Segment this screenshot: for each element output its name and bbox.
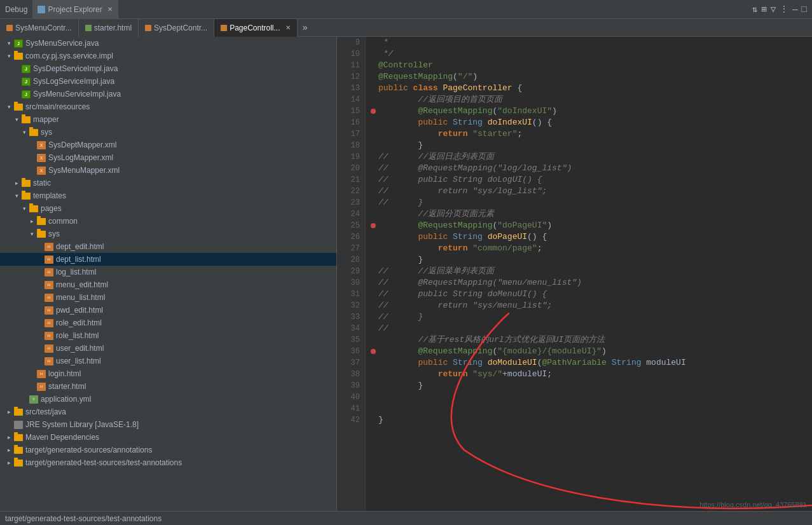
tab-sysdeptcontr[interactable]: SysDeptContr...	[139, 19, 214, 37]
code-token: "doPageUI"	[497, 220, 547, 231]
line-num: 20	[337, 163, 365, 174]
no-bp	[371, 74, 376, 79]
tab-pagecontroller[interactable]: PageControll... ✕	[214, 19, 297, 37]
explorer-tab-close[interactable]: ✕	[107, 6, 113, 13]
tree-item[interactable]: sys	[0, 126, 336, 139]
tree-item[interactable]: sys	[0, 228, 336, 240]
filter-icon[interactable]: ▽	[771, 4, 776, 15]
tree-item[interactable]: target/generated-sources/annotations	[0, 444, 336, 456]
tree-item[interactable]: templates	[0, 189, 336, 202]
folder-icon	[37, 218, 46, 225]
line-num: 27	[337, 243, 365, 254]
no-bp	[371, 212, 376, 217]
code-token: */	[378, 48, 393, 60]
tree-item[interactable]: H login.html	[0, 367, 336, 380]
code-token	[378, 106, 418, 117]
tree-item[interactable]: src/main/resources	[0, 100, 336, 113]
tree-item[interactable]: mapper	[0, 113, 336, 126]
project-explorer-sidebar[interactable]: J SysMenuService.java com.cy.pj.sys.serv…	[0, 37, 337, 511]
tree-item[interactable]: JRE System Library [JavaSE-1.8]	[0, 418, 336, 431]
arrow-icon	[23, 205, 29, 212]
tree-item[interactable]: H role_list.html	[0, 329, 336, 342]
html-icon: H	[37, 383, 46, 391]
minimize-icon[interactable]: —	[792, 4, 797, 15]
tree-item[interactable]: H menu_list.html	[0, 291, 336, 304]
code-line-15: @RequestMapping("doIndexUI")	[371, 106, 812, 117]
code-line-26: public String doPageUI() {	[371, 231, 812, 243]
tree-item[interactable]: H starter.html	[0, 380, 336, 393]
code-token: @RequestMapping	[418, 220, 492, 231]
no-bp	[371, 246, 376, 251]
code-token: doPageUI	[488, 231, 527, 243]
tree-item[interactable]: J SysLogServiceImpl.java	[0, 75, 336, 88]
code-token: public	[418, 231, 453, 243]
tree-item[interactable]: J SysDeptServiceImpl.java	[0, 62, 336, 75]
bottom-bar: target/generated-test-sources/test-annot…	[0, 511, 812, 525]
tree-label: user_edit.html	[56, 344, 104, 353]
tree-item[interactable]: H user_edit.html	[0, 342, 336, 355]
tree-item[interactable]: src/test/java	[0, 406, 336, 418]
tab-more-icon[interactable]: »	[298, 23, 313, 33]
arrow-icon	[8, 409, 14, 415]
tree-item[interactable]: H role_edit.html	[0, 317, 336, 329]
no-bp	[371, 235, 376, 240]
maximize-icon[interactable]: □	[802, 4, 807, 15]
tree-item-bottom[interactable]: target/generated-test-sources/test-annot…	[0, 456, 336, 469]
tree-item[interactable]: J SysMenuService.java	[0, 37, 336, 50]
code-line-14: //返回项目的首页页面	[371, 94, 812, 106]
code-token: PageController	[443, 83, 512, 94]
tree-item[interactable]: common	[0, 215, 336, 228]
tab-starter-html[interactable]: starter.html	[79, 19, 139, 37]
html-icon: H	[45, 332, 53, 340]
tree-item[interactable]: Y application.yml	[0, 393, 336, 406]
tab-label: PageControll...	[230, 24, 280, 32]
code-token	[378, 220, 418, 231]
code-token: doModuleUI	[488, 357, 537, 369]
tree-label: SysLogMapper.xml	[48, 153, 113, 162]
line-num: 22	[337, 186, 365, 197]
code-line-11: @Controller	[371, 60, 812, 71]
code-line-18: }	[371, 140, 812, 151]
no-bp	[371, 86, 376, 91]
tree-item[interactable]: com.cy.pj.sys.service.impl	[0, 50, 336, 62]
folder-icon	[22, 180, 31, 187]
more-icon[interactable]: ⋮	[780, 4, 788, 15]
tree-item[interactable]: X SysDeptMapper.xml	[0, 139, 336, 151]
no-bp	[371, 406, 376, 411]
tree-label: target/generated-test-sources/test-annot…	[25, 458, 182, 467]
code-line-12: @RequestMapping("/")	[371, 71, 812, 83]
tree-item[interactable]: pages	[0, 202, 336, 215]
tree-item[interactable]: Maven Dependencies	[0, 431, 336, 444]
tab-close-icon[interactable]: ✕	[286, 24, 291, 31]
tree-label: pwd_edit.html	[56, 306, 103, 315]
line-num: 33	[337, 311, 365, 323]
line-num: 23	[337, 197, 365, 208]
code-token: "common/page"	[472, 243, 537, 254]
tab-label: SysDeptContr...	[154, 24, 207, 32]
tree-item[interactable]: H pwd_edit.html	[0, 304, 336, 317]
no-bp	[371, 257, 376, 262]
breakpoint-icon	[371, 223, 376, 228]
code-token	[378, 117, 418, 128]
tree-item[interactable]: H dept_edit.html	[0, 240, 336, 253]
explorer-tab-label: Project Explorer	[48, 5, 102, 14]
code-token: (	[537, 357, 542, 369]
tree-item[interactable]: X SysMenuMapper.xml	[0, 164, 336, 177]
tree-item[interactable]: X SysLogMapper.xml	[0, 151, 336, 164]
tree-item[interactable]: H user_list.html	[0, 355, 336, 367]
no-bp	[371, 326, 376, 331]
no-bp	[371, 280, 376, 285]
refresh-icon[interactable]: ⊞	[761, 4, 766, 15]
sort-icon[interactable]: ⇅	[752, 4, 757, 15]
tree-item[interactable]: static	[0, 177, 336, 189]
code-token: @RequestMapping	[418, 346, 492, 357]
tree-label: com.cy.pj.sys.service.impl	[25, 51, 113, 60]
debug-label: Debug	[0, 5, 32, 14]
tree-item[interactable]: H log_list.html	[0, 266, 336, 278]
code-token: }	[378, 254, 423, 266]
tree-item[interactable]: J SysMenuServiceImpl.java	[0, 88, 336, 100]
tree-item[interactable]: H menu_edit.html	[0, 278, 336, 291]
explorer-tab[interactable]: Project Explorer ✕	[32, 0, 118, 19]
tab-sysmenucontr[interactable]: SysMenuContr...	[0, 19, 79, 37]
tree-item-selected[interactable]: H dept_list.html	[0, 253, 336, 266]
